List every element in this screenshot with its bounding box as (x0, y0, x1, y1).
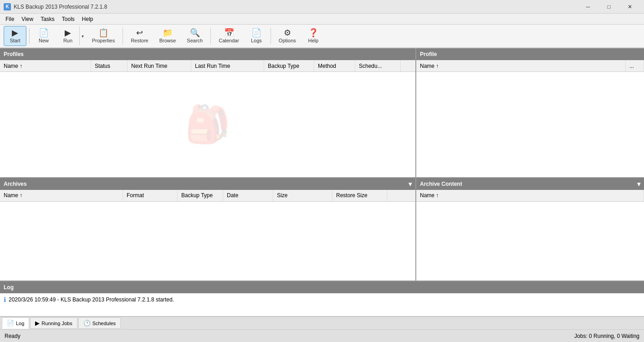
archive-content-body (416, 202, 644, 281)
restore-icon: ↩ (136, 29, 143, 37)
tab-log-label: Log (16, 321, 24, 326)
log-panel: Log ℹ 2020/3/26 10:59:49 - KLS Backup 20… (0, 281, 644, 316)
profiles-body: 🎒 (0, 72, 415, 177)
archive-content-collapse-icon[interactable]: ▾ (637, 180, 640, 188)
profile-body (416, 72, 644, 177)
logs-button[interactable]: 📄 Logs (245, 26, 268, 46)
archives-panel: Archives ▾ Name ↑ Format Backup Type Dat… (0, 178, 416, 281)
col-profile-name[interactable]: Name ↑ (416, 60, 626, 71)
properties-label: Properties (92, 38, 115, 43)
run-main-button[interactable]: ▶ Run (56, 27, 79, 45)
col-profile-dots[interactable]: ... (626, 60, 644, 71)
tab-schedules[interactable]: 🕐 Schedules (78, 317, 121, 329)
archive-content-title: Archive Content (420, 181, 462, 187)
col-profiles-lastrun[interactable]: Last Run Time (191, 60, 264, 71)
menu-help[interactable]: Help (78, 15, 97, 23)
col-profiles-method[interactable]: Method (314, 60, 355, 71)
tab-running-jobs-label: Running Jobs (41, 321, 72, 326)
status-ready: Ready (5, 333, 20, 339)
search-icon: 🔍 (190, 29, 200, 37)
close-button[interactable]: ✕ (619, 0, 640, 14)
new-button[interactable]: 📄 New (32, 26, 55, 46)
properties-button[interactable]: 📋 Properties (87, 26, 120, 46)
run-label: Run (63, 38, 72, 43)
sort-archivec-name-icon: ↑ (436, 192, 439, 199)
logs-icon: 📄 (251, 29, 261, 37)
run-split-button[interactable]: ▶ Run ▾ (56, 26, 86, 46)
tab-running-jobs[interactable]: ▶ Running Jobs (30, 317, 77, 329)
col-archives-date[interactable]: Date (223, 190, 273, 201)
log-title: Log (4, 284, 14, 291)
start-label: Start (10, 38, 20, 43)
archives-header: Archives ▾ (0, 178, 415, 190)
col-archives-size[interactable]: Size (273, 190, 332, 201)
browse-icon: 📁 (163, 29, 173, 37)
options-button[interactable]: ⚙ Options (274, 26, 301, 46)
calendar-label: Calendar (219, 38, 239, 43)
window-controls: ─ □ ✕ (578, 0, 640, 14)
col-archives-restore[interactable]: Restore Size (332, 190, 387, 201)
browse-button[interactable]: 📁 Browse (154, 26, 181, 46)
col-archives-type[interactable]: Backup Type (178, 190, 223, 201)
col-profiles-nextrun[interactable]: Next Run Time (128, 60, 191, 71)
tab-log[interactable]: 📄 Log (2, 317, 29, 329)
archives-collapse-icon[interactable]: ▾ (409, 180, 412, 188)
status-tabs: 📄 Log ▶ Running Jobs 🕐 Schedules (0, 316, 644, 329)
col-profiles-sched[interactable]: Schedu... (355, 60, 401, 71)
help-button[interactable]: ❓ Help (302, 26, 325, 46)
log-info-icon: ℹ (4, 296, 6, 303)
log-header: Log (0, 281, 644, 293)
menu-file[interactable]: File (2, 15, 18, 23)
menu-tasks[interactable]: Tasks (37, 15, 58, 23)
bottom-panels: Archives ▾ Name ↑ Format Backup Type Dat… (0, 178, 644, 281)
sep-4 (271, 28, 271, 44)
col-profiles-status[interactable]: Status (91, 60, 128, 71)
profiles-header: Profiles (0, 48, 415, 60)
log-body: ℹ 2020/3/26 10:59:49 - KLS Backup 2013 P… (0, 293, 644, 316)
run-dropdown-button[interactable]: ▾ (79, 26, 86, 46)
properties-icon: 📋 (98, 29, 108, 37)
browse-label: Browse (159, 38, 176, 43)
profiles-title: Profiles (4, 51, 24, 57)
col-archives-format[interactable]: Format (123, 190, 178, 201)
archive-content-columns: Name ↑ (416, 190, 644, 202)
new-label: New (39, 38, 49, 43)
maximize-button[interactable]: □ (598, 0, 619, 14)
tab-schedules-icon: 🕐 (83, 320, 91, 327)
sep-1 (29, 28, 30, 44)
menu-tools[interactable]: Tools (58, 15, 78, 23)
calendar-icon: 📅 (224, 29, 234, 37)
minimize-button[interactable]: ─ (578, 0, 598, 14)
restore-button[interactable]: ↩ Restore (126, 26, 153, 46)
col-archives-name[interactable]: Name ↑ (0, 190, 123, 201)
help-label: Help (308, 38, 318, 43)
tab-log-icon: 📄 (7, 320, 14, 327)
profiles-panel: Profiles Name ↑ Status Next Run Time Las… (0, 48, 416, 177)
profile-title: Profile (420, 51, 437, 57)
col-profiles-name[interactable]: Name ↑ (0, 60, 91, 71)
col-archivec-name[interactable]: Name ↑ (416, 190, 644, 201)
tab-schedules-label: Schedules (92, 321, 116, 326)
archives-body (0, 202, 415, 281)
profiles-columns: Name ↑ Status Next Run Time Last Run Tim… (0, 60, 415, 72)
profile-columns: Name ↑ ... (416, 60, 644, 72)
menu-view[interactable]: View (18, 15, 37, 23)
tab-running-jobs-icon: ▶ (35, 320, 40, 327)
search-label: Search (187, 38, 203, 43)
title-bar: K KLS Backup 2013 Professional 7.2.1.8 ─… (0, 0, 644, 14)
status-bar: Ready Jobs: 0 Running, 0 Waiting (0, 329, 644, 342)
window-title: KLS Backup 2013 Professional 7.2.1.8 (14, 4, 578, 10)
menu-bar: File View Tasks Tools Help (0, 14, 644, 25)
sort-name-icon: ↑ (20, 63, 22, 69)
watermark: 🎒 (185, 103, 230, 146)
profile-header: Profile (416, 48, 644, 60)
toolbar: ▶ Start 📄 New ▶ Run ▾ 📋 Properties ↩ Res… (0, 25, 644, 48)
col-profiles-type[interactable]: Backup Type (264, 60, 314, 71)
calendar-button[interactable]: 📅 Calendar (214, 26, 244, 46)
log-entry-text: 2020/3/26 10:59:49 - KLS Backup 2013 Pro… (9, 296, 174, 303)
start-button[interactable]: ▶ Start (4, 26, 26, 46)
search-button[interactable]: 🔍 Search (182, 26, 208, 46)
run-icon: ▶ (65, 29, 71, 37)
log-entry-0: ℹ 2020/3/26 10:59:49 - KLS Backup 2013 P… (4, 295, 640, 304)
main-content: Profiles Name ↑ Status Next Run Time Las… (0, 48, 644, 316)
